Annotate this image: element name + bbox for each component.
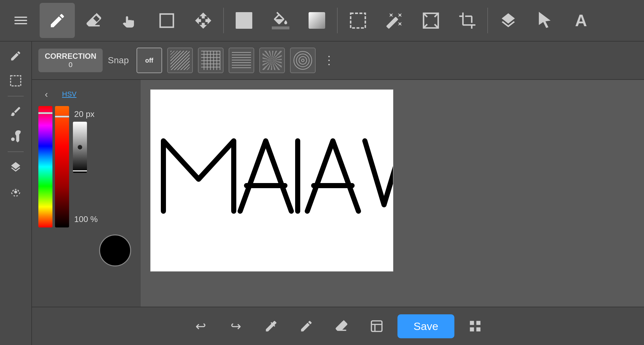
redo-btn[interactable]: ↪ [222,312,250,341]
pencil-bottom-btn[interactable] [292,312,321,341]
collapse-panel-btn[interactable]: ‹ [38,86,54,102]
canvas-area[interactable] [141,80,644,307]
drawing-canvas[interactable] [150,89,393,272]
svg-point-4 [11,137,15,141]
pencil-tool-btn[interactable] [40,3,75,38]
color-swatch[interactable] [99,234,131,266]
crop-tool-btn[interactable] [450,3,485,38]
grid-bottom-btn[interactable] [461,312,490,341]
text-tool-btn[interactable]: A [563,3,599,38]
correction-title: CORRECTION [45,52,96,61]
eyedropper-btn[interactable] [257,312,286,341]
correction-value: 0 [45,61,96,69]
top-toolbar: A [0,0,644,42]
color-panel: ‹ HSV [32,80,141,307]
correction-btn[interactable]: CORRECTION 0 [38,49,103,72]
cursor-tool-btn[interactable] [527,3,562,38]
toolbar-divider-3 [487,8,488,33]
hue-slider[interactable] [38,106,52,227]
content-panel: CORRECTION 0 Snap off [32,42,644,345]
export-btn[interactable] [362,312,391,341]
move-tool-btn[interactable] [185,3,221,38]
toolbar-divider-2 [337,8,338,33]
workspace: ‹ HSV [32,80,644,307]
color-mode-tabs: HSV [58,88,81,100]
svg-rect-3 [11,76,21,86]
marquee-tool-btn[interactable] [340,3,375,38]
selection-sidebar-btn[interactable] [4,70,27,92]
svg-rect-11 [372,321,382,332]
toolbar-divider-1 [223,8,224,33]
paint-sidebar-btn[interactable] [4,125,27,148]
svg-point-8 [299,57,307,64]
svg-point-7 [296,54,309,67]
saturation-slider[interactable] [55,106,69,227]
fill-tool-btn[interactable] [263,3,298,38]
value-slider[interactable] [73,122,87,173]
snap-more-btn[interactable]: ⋮ [321,51,337,70]
snap-off-label: off [145,57,153,64]
snap-off-btn[interactable]: off [137,48,162,73]
hsv-tab[interactable]: HSV [58,88,81,100]
opacity-value: 100 % [74,214,98,224]
brush-size-value: 20 px [74,109,98,119]
layers-sidebar-btn[interactable] [4,156,27,178]
eraser-tool-btn[interactable] [76,3,111,38]
snap-horizontal-btn[interactable] [229,48,254,73]
save-btn[interactable]: Save [397,314,454,338]
bottom-toolbar: ↩ ↪ Save [32,307,644,345]
settings-sidebar-btn[interactable] [4,181,27,203]
color-sliders [38,106,69,227]
snap-radial-btn[interactable] [290,48,316,73]
left-sidebar [0,42,32,345]
menu-btn[interactable] [3,3,38,38]
svg-rect-0 [160,14,173,27]
sidebar-divider-2 [8,151,24,152]
main-area: CORRECTION 0 Snap off [0,42,644,345]
snap-fan-btn[interactable] [259,48,285,73]
sidebar-divider-1 [8,96,24,96]
svg-point-9 [302,59,304,62]
hand-tool-btn[interactable] [113,3,148,38]
transform-tool-btn[interactable] [413,3,448,38]
snap-bar: CORRECTION 0 Snap off [32,42,644,80]
snap-label: Snap [108,55,129,65]
rect-tool-btn[interactable] [149,3,184,38]
snap-diagonal-btn[interactable] [167,48,193,73]
magic-wand-tool-btn[interactable] [377,3,412,38]
edit-sidebar-btn[interactable] [4,45,27,67]
gradient-tool-btn[interactable] [299,3,334,38]
snap-grid-btn[interactable] [198,48,224,73]
eraser-bottom-btn[interactable] [327,312,356,341]
svg-rect-1 [350,13,365,28]
svg-point-5 [14,190,17,194]
undo-btn[interactable]: ↩ [186,312,215,341]
brush-sidebar-btn[interactable] [4,100,27,123]
layers-btn[interactable] [491,3,526,38]
fill-rect-tool-btn[interactable] [226,3,262,38]
